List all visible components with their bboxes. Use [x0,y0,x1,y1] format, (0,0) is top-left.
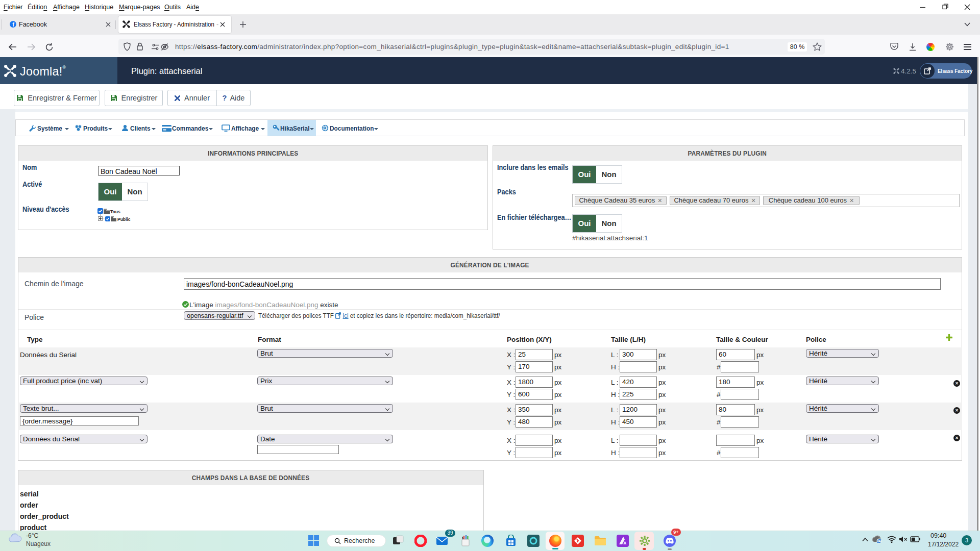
svg-text:f: f [12,21,14,28]
